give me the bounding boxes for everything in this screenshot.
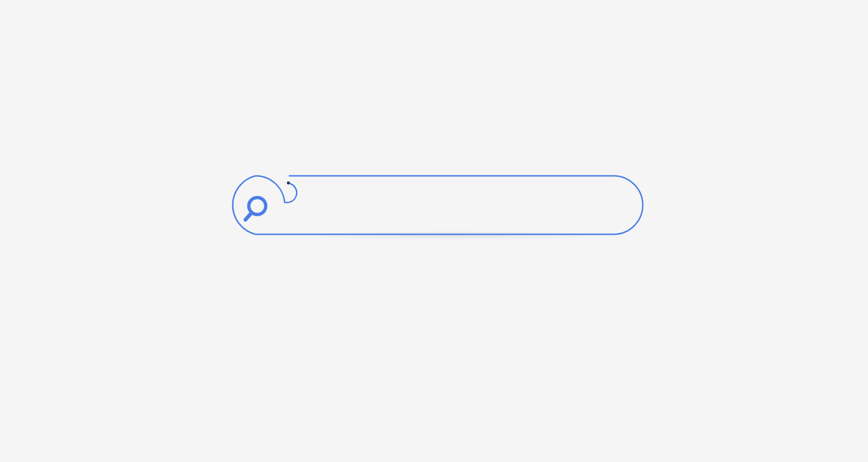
search-shadow xyxy=(290,231,615,240)
svg-line-2 xyxy=(246,213,252,220)
search-input[interactable] xyxy=(295,183,611,227)
search-bar xyxy=(224,175,644,235)
search-icon[interactable] xyxy=(241,194,270,223)
svg-point-0 xyxy=(287,182,290,184)
